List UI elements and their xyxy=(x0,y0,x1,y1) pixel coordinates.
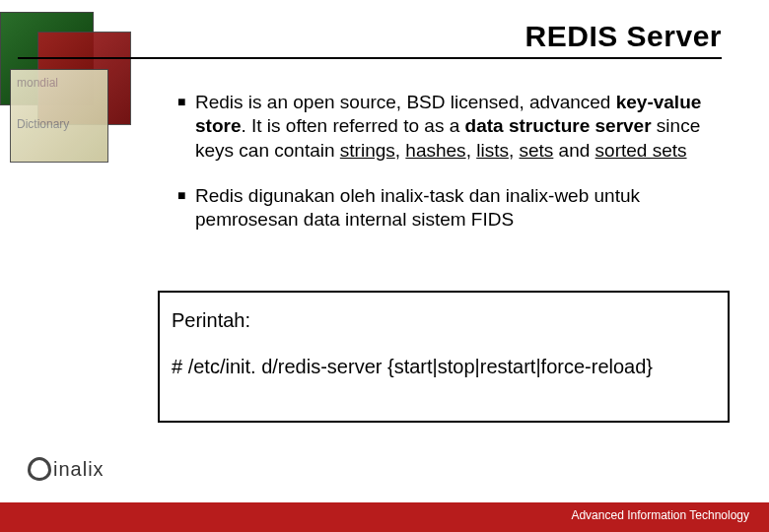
text-run: Redis is an open source, BSD licensed, a… xyxy=(195,92,616,112)
decor-word: mondial xyxy=(17,76,102,90)
bullet-icon: ■ xyxy=(177,187,195,233)
text-run: , xyxy=(395,140,406,161)
text-run: , xyxy=(466,140,477,161)
command-box: Perintah: # /etc/init. d/redis-server {s… xyxy=(158,291,730,423)
link-sets[interactable]: sets xyxy=(519,140,553,161)
link-strings[interactable]: strings xyxy=(340,140,395,161)
command-line: # /etc/init. d/redis-server {start|stop|… xyxy=(172,353,716,381)
text-run: . It is often referred to as a xyxy=(241,115,464,136)
brand-logo: inalix xyxy=(28,457,105,481)
decorative-graphic: mondial Dictionary xyxy=(0,12,143,155)
bullet-icon: ■ xyxy=(177,94,195,163)
text-bold: data structure server xyxy=(465,115,652,136)
footer-bar: Advanced Information Technology xyxy=(0,502,769,532)
footer-text: Advanced Information Technology xyxy=(571,508,749,522)
body-content: ■ Redis is an open source, BSD licensed,… xyxy=(177,91,710,254)
decor-word: Dictionary xyxy=(17,117,102,131)
text-run: and xyxy=(553,140,594,161)
page-title: REDIS Server xyxy=(525,20,722,53)
link-sorted-sets[interactable]: sorted sets xyxy=(595,140,687,161)
logo-text: inalix xyxy=(53,458,105,481)
logo-ring-icon xyxy=(28,457,51,481)
command-label: Perintah: xyxy=(172,306,716,335)
decor-tile-book: mondial Dictionary xyxy=(10,69,108,163)
link-hashes[interactable]: hashes xyxy=(405,140,465,161)
link-lists[interactable]: lists xyxy=(476,140,509,161)
bullet-item: ■ Redis is an open source, BSD licensed,… xyxy=(177,91,710,163)
title-rule xyxy=(18,57,722,59)
text-run: , xyxy=(509,140,520,161)
bullet-item: ■ Redis digunakan oleh inalix-task dan i… xyxy=(177,184,710,233)
header: REDIS Server xyxy=(525,20,722,53)
bullet-text: Redis is an open source, BSD licensed, a… xyxy=(195,91,710,163)
bullet-text: Redis digunakan oleh inalix-task dan ina… xyxy=(195,184,710,233)
